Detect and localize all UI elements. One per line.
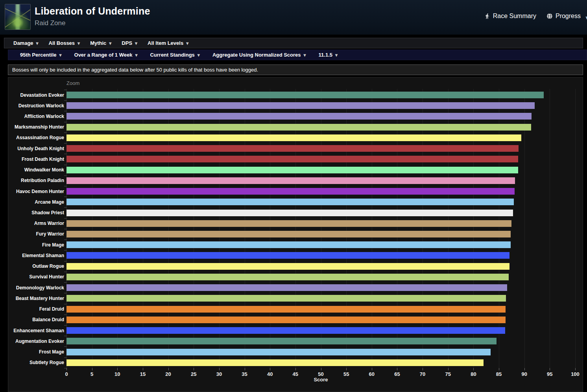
runner-icon: [484, 13, 490, 19]
filter-label: All Bosses: [49, 40, 75, 46]
category-tick: [64, 304, 66, 304]
score-bar[interactable]: [66, 306, 506, 313]
filter-current-standings[interactable]: Current Standings: [144, 50, 206, 60]
x-axis-tick-label: 65: [389, 371, 405, 377]
bar-row: Beast Mastery Hunter: [8, 293, 583, 304]
category-label: Elemental Shaman: [8, 250, 64, 261]
x-axis-tick: [194, 368, 194, 370]
x-axis-tick-label: 75: [440, 371, 456, 377]
score-bar[interactable]: [66, 338, 497, 344]
zone-header: Liberation of Undermine Raid Zone Race S…: [0, 0, 587, 35]
score-bar[interactable]: [66, 177, 515, 184]
x-axis-tick: [575, 368, 576, 370]
category-label: Frost Death Knight: [8, 154, 64, 164]
x-axis-tick-label: 5: [84, 371, 100, 377]
filter-11-1-5[interactable]: 11.1.5: [312, 50, 344, 60]
filter-mythic[interactable]: Mythic: [85, 38, 116, 48]
score-bar[interactable]: [66, 113, 532, 120]
caret-down-icon: [198, 53, 200, 57]
bar-row: Demonology Warlock: [8, 282, 583, 293]
score-bar[interactable]: [66, 241, 511, 248]
bar-row: Retribution Paladin: [8, 175, 583, 186]
score-bar[interactable]: [66, 284, 507, 291]
category-label: Havoc Demon Hunter: [8, 186, 64, 197]
bar-row: Windwalker Monk: [8, 165, 583, 175]
zone-icon: [5, 4, 31, 30]
score-bar[interactable]: [66, 252, 509, 259]
page: Liberation of Undermine Raid Zone Race S…: [0, 0, 587, 392]
bar-chart[interactable]: Zoom Score Devastation EvokerDestruction…: [8, 77, 583, 392]
score-bar[interactable]: [66, 210, 513, 216]
filter-aggregate-using-normalized-scores[interactable]: Aggregate Using Normalized Scores: [206, 50, 312, 60]
x-axis-tick: [423, 368, 423, 370]
category-tick: [64, 239, 66, 240]
x-axis-tick-label: 45: [288, 371, 303, 377]
filter-damage[interactable]: Damage: [8, 38, 44, 48]
score-bar[interactable]: [66, 145, 519, 152]
progress-link[interactable]: Progress: [546, 13, 581, 20]
bar-row: Destruction Warlock: [8, 100, 583, 111]
category-label: Balance Druid: [8, 315, 64, 325]
score-bar[interactable]: [66, 359, 484, 366]
score-bar[interactable]: [66, 156, 518, 162]
x-axis-tick-label: 10: [109, 371, 125, 377]
score-bar[interactable]: [66, 188, 515, 195]
filter-all-bosses[interactable]: All Bosses: [44, 38, 85, 48]
score-bar[interactable]: [66, 102, 535, 109]
caret-down-icon: [135, 53, 137, 57]
filter-bar-primary: DamageAll BossesMythicDPSAll Item Levels: [4, 38, 583, 48]
x-axis-tick-label: 35: [237, 371, 253, 377]
filter-label: Damage: [13, 40, 33, 46]
bar-row: Fire Mage: [8, 239, 583, 250]
score-bar[interactable]: [66, 317, 506, 323]
category-label: Frost Mage: [8, 346, 64, 357]
bar-row: Fury Warrior: [8, 229, 583, 239]
filter-label: Current Standings: [150, 52, 194, 58]
race-summary-link[interactable]: Race Summary: [484, 13, 536, 20]
score-bar[interactable]: [66, 92, 544, 98]
score-bar[interactable]: [66, 124, 531, 131]
x-axis-tick: [448, 368, 449, 370]
score-bar[interactable]: [66, 349, 491, 355]
score-bar[interactable]: [66, 295, 506, 302]
category-tick: [64, 336, 66, 336]
score-bar[interactable]: [66, 231, 511, 237]
page-subtitle: Raid Zone: [35, 19, 150, 27]
cutoff-link-icon[interactable]: ★: [585, 14, 587, 20]
x-axis-tick-label: 55: [338, 371, 354, 377]
x-axis-tick: [321, 368, 321, 370]
score-bar[interactable]: [66, 167, 518, 173]
category-label: Outlaw Rogue: [8, 261, 64, 272]
progress-label: Progress: [556, 13, 581, 20]
category-label: Survival Hunter: [8, 272, 64, 282]
x-axis-tick: [397, 368, 397, 370]
filter-all-item-levels[interactable]: All Item Levels: [142, 38, 194, 48]
bar-row: Shadow Priest: [8, 207, 583, 218]
filter-95th-percentile[interactable]: 95th Percentile: [14, 50, 68, 60]
globe-icon: [546, 13, 553, 19]
category-label: Windwalker Monk: [8, 165, 64, 175]
score-bar[interactable]: [66, 327, 505, 334]
filter-over-a-range-of-1-week[interactable]: Over a Range of 1 Week: [68, 50, 144, 60]
category-tick: [64, 357, 66, 358]
caret-down-icon: [59, 53, 62, 57]
score-bar[interactable]: [66, 199, 514, 205]
filter-dps[interactable]: DPS: [116, 38, 142, 48]
score-bar[interactable]: [66, 274, 509, 280]
category-tick: [64, 250, 66, 250]
x-axis-tick-label: 80: [465, 371, 481, 377]
bar-row: Arms Warrior: [8, 218, 583, 229]
filter-label: Over a Range of 1 Week: [74, 52, 133, 58]
category-tick: [64, 90, 66, 90]
score-bar[interactable]: [66, 220, 511, 227]
bar-row: Arcane Mage: [8, 197, 583, 207]
filter-label: DPS: [122, 40, 132, 46]
bar-row: Outlaw Rogue: [8, 261, 583, 272]
category-tick: [64, 197, 66, 197]
caret-down-icon: [186, 41, 188, 46]
category-tick: [64, 325, 66, 326]
category-label: Fire Mage: [8, 239, 64, 250]
score-bar[interactable]: [66, 263, 509, 270]
category-label: Marksmanship Hunter: [8, 122, 64, 133]
score-bar[interactable]: [66, 134, 521, 141]
